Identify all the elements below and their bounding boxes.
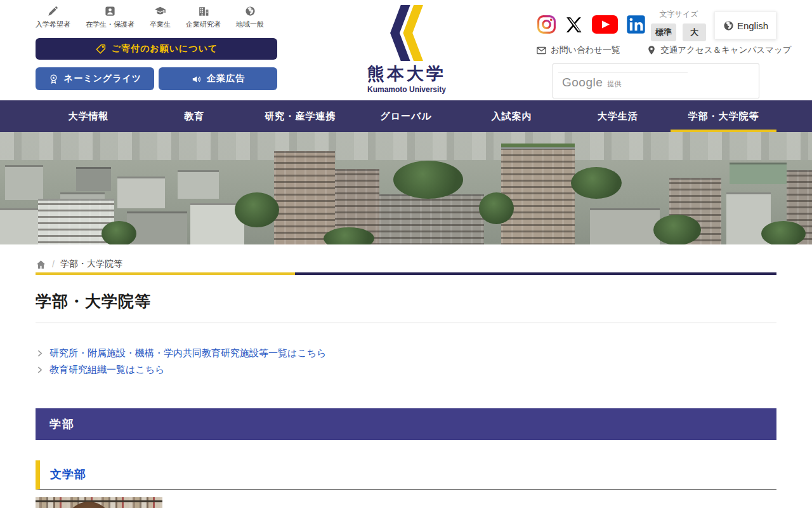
quick-links: 研究所・附属施設・機構・学内共同教育研究施設等一覧はこちら 教育研究組織一覧はこ… <box>36 345 776 378</box>
naming-rights-label: ネーミングライツ <box>64 73 141 84</box>
logo-name-en: Kumamoto University <box>367 85 446 94</box>
audience-nav: 入学希望者 在学生・保護者 卒業生 企業研究者 地域一般 <box>36 5 264 29</box>
youtube-icon[interactable] <box>592 15 618 34</box>
home-icon[interactable] <box>36 259 46 270</box>
audience-link-alumni[interactable]: 卒業生 <box>150 5 171 29</box>
globe-icon <box>244 5 256 17</box>
font-size-control: 文字サイズ 標準 大 <box>651 9 707 41</box>
megaphone-icon <box>191 74 202 84</box>
global-navigation: 大学情報 教育 研究・産学連携 グローバル 入試案内 大学生活 学部・大学院等 <box>0 100 812 132</box>
audience-label: 入学希望者 <box>36 20 70 29</box>
linkedin-icon[interactable] <box>626 15 646 34</box>
font-size-normal-button[interactable]: 標準 <box>651 23 676 41</box>
contact-list-link[interactable]: お問い合わせ一覧 <box>536 44 620 56</box>
page-title: 学部・大学院等 <box>36 291 776 312</box>
student-card-icon <box>104 5 116 17</box>
faculty-section-title: 学部 <box>49 417 75 432</box>
audience-label: 企業研究者 <box>186 20 221 29</box>
nav-item-university-info[interactable]: 大学情報 <box>36 100 141 132</box>
company-building-icon <box>197 5 209 17</box>
breadcrumb-current: 学部・大学院等 <box>60 258 122 270</box>
donation-tag-icon <box>95 43 107 55</box>
org-list-link[interactable]: 教育研究組織一覧はこちら <box>49 364 164 376</box>
donation-button-label: ご寄付のお願いについて <box>112 43 218 55</box>
title-divider <box>36 323 776 323</box>
chevron-right-icon <box>36 349 44 358</box>
audience-link-community[interactable]: 地域一般 <box>236 5 264 29</box>
audience-label: 在学生・保護者 <box>86 20 134 29</box>
instagram-icon[interactable] <box>537 15 556 34</box>
audience-link-corporate-researchers[interactable]: 企業研究者 <box>186 5 221 29</box>
search-input-divider <box>558 72 688 73</box>
naming-rights-button[interactable]: ネーミングライツ <box>36 67 154 90</box>
font-size-large-button[interactable]: 大 <box>683 23 706 41</box>
graduation-cap-icon <box>154 5 166 17</box>
search-watermark: Google 提供 <box>562 75 621 89</box>
hero-campus-aerial-photo <box>0 132 812 244</box>
audience-link-current-students[interactable]: 在学生・保護者 <box>86 5 134 29</box>
breadcrumb: / 学部・大学院等 <box>36 244 776 272</box>
social-links <box>537 15 646 34</box>
facilities-list-link[interactable]: 研究所・附属施設・機構・学内共同教育研究施設等一覧はこちら <box>49 347 326 359</box>
audience-label: 卒業生 <box>150 20 171 29</box>
english-language-button[interactable]: English <box>714 11 776 39</box>
audience-link-prospective[interactable]: 入学希望者 <box>36 5 70 29</box>
breadcrumb-separator: / <box>52 259 55 269</box>
quick-link-row: 教育研究組織一覧はこちら <box>36 361 776 378</box>
google-brand-label: Google <box>562 75 603 89</box>
campus-access-link[interactable]: 交通アクセス＆キャンパスマップ <box>646 44 791 56</box>
bookshelf-edge <box>36 500 162 502</box>
faculty-of-letters-photo <box>36 497 162 508</box>
map-pin-icon <box>646 45 657 55</box>
corporate-ad-button[interactable]: 企業広告 <box>159 67 277 90</box>
nav-item-global[interactable]: グローバル <box>353 100 459 132</box>
header-button-row: ネーミングライツ 企業広告 <box>36 67 277 90</box>
site-search-input[interactable]: Google 提供 <box>553 64 759 98</box>
university-logo[interactable]: 熊本大学 Kumamoto University <box>365 5 448 94</box>
google-provided-label: 提供 <box>607 79 621 88</box>
two-tone-divider <box>36 272 776 275</box>
main-content: / 学部・大学院等 学部・大学院等 研究所・附属施設・機構・学内共同教育研究施設… <box>36 244 776 508</box>
x-twitter-icon[interactable] <box>565 15 584 34</box>
corporate-ad-label: 企業広告 <box>207 73 245 84</box>
faculty-of-letters-label: 文学部 <box>50 468 86 481</box>
kumamoto-chevron-logo-icon <box>389 5 424 61</box>
audience-label: 地域一般 <box>236 20 264 29</box>
pencil-icon <box>47 5 59 17</box>
donation-button[interactable]: ご寄付のお願いについて <box>36 38 277 60</box>
font-size-label: 文字サイズ <box>651 9 707 20</box>
nav-item-admissions[interactable]: 入試案内 <box>459 100 565 132</box>
envelope-icon <box>536 45 547 56</box>
nav-item-campus-life[interactable]: 大学生活 <box>565 100 671 132</box>
globe-language-icon <box>723 20 735 32</box>
english-button-label: English <box>737 20 768 31</box>
chevron-right-icon <box>36 366 44 374</box>
logo-name-jp: 熊本大学 <box>367 62 446 85</box>
nav-item-faculties[interactable]: 学部・大学院等 <box>671 100 776 132</box>
faculty-section-header: 学部 <box>36 408 776 440</box>
quick-link-row: 研究所・附属施設・機構・学内共同教育研究施設等一覧はこちら <box>36 345 776 361</box>
award-badge-icon <box>48 74 59 84</box>
nav-item-education[interactable]: 教育 <box>141 100 247 132</box>
nav-item-research[interactable]: 研究・産学連携 <box>247 100 353 132</box>
faculty-of-letters-heading: 文学部 <box>36 460 776 490</box>
contact-list-label: お問い合わせ一覧 <box>551 44 620 56</box>
student-figure <box>60 502 118 508</box>
campus-access-label: 交通アクセス＆キャンパスマップ <box>660 44 791 56</box>
contact-links-row: お問い合わせ一覧 交通アクセス＆キャンパスマップ <box>536 44 777 56</box>
site-header: 入学希望者 在学生・保護者 卒業生 企業研究者 地域一般 ご寄付のお願いについて… <box>0 0 812 100</box>
